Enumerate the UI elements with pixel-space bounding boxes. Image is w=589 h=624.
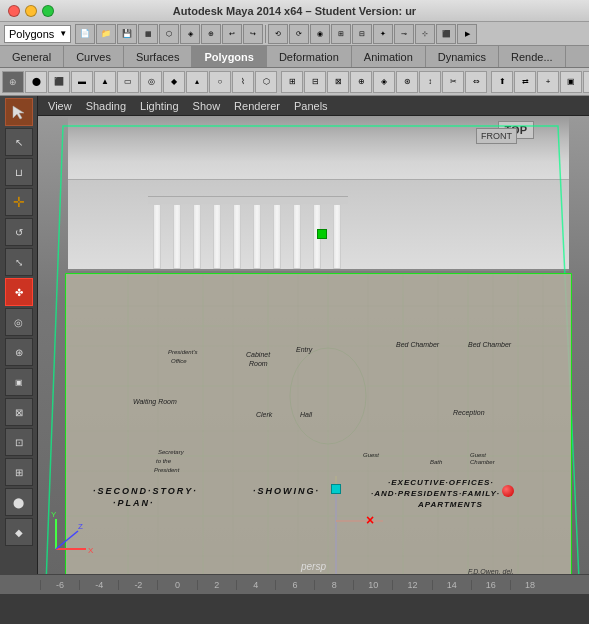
tb-extract[interactable]: ⊠ bbox=[327, 71, 349, 93]
icon13[interactable]: ⊞ bbox=[331, 24, 351, 44]
handle-cyan-mid[interactable] bbox=[331, 484, 341, 494]
tb-extrude[interactable]: ⬆ bbox=[491, 71, 513, 93]
tb-transfer[interactable]: ↕ bbox=[419, 71, 441, 93]
window-controls[interactable] bbox=[8, 5, 54, 17]
snap-btn[interactable]: ⊠ bbox=[5, 398, 33, 426]
tb-combine[interactable]: ⊞ bbox=[281, 71, 303, 93]
handle-green-top[interactable] bbox=[317, 229, 327, 239]
tb-bridge[interactable]: ⇄ bbox=[514, 71, 536, 93]
pillar5 bbox=[233, 204, 241, 269]
pillar2 bbox=[173, 204, 181, 269]
svg-marker-0 bbox=[13, 106, 24, 119]
polygon-dropdown[interactable]: Polygons bbox=[4, 25, 71, 43]
scene-view[interactable]: TOP FRONT bbox=[38, 116, 589, 574]
icon7[interactable]: ⊕ bbox=[201, 24, 221, 44]
panels-menu[interactable]: Panels bbox=[288, 100, 334, 112]
tb-split[interactable]: ╋ bbox=[583, 71, 589, 93]
tab-curves[interactable]: Curves bbox=[64, 46, 124, 67]
tab-surfaces[interactable]: Surfaces bbox=[124, 46, 192, 67]
close-button[interactable] bbox=[8, 5, 20, 17]
tb-pipe[interactable]: ○ bbox=[209, 71, 231, 93]
move-tool-btn[interactable]: ✛ bbox=[5, 188, 33, 216]
tb-soccer[interactable]: ⬡ bbox=[255, 71, 277, 93]
fp-text-second-story: ·SECOND·STORY· bbox=[93, 486, 198, 496]
save-icon[interactable]: 💾 bbox=[117, 24, 137, 44]
tb-fill[interactable]: ▣ bbox=[560, 71, 582, 93]
tool13[interactable]: ⊡ bbox=[5, 428, 33, 456]
left-tool-panel: ↖ ⊔ ✛ ↺ ⤡ ✤ ◎ ⊛ ▣ ⊠ ⊡ ⊞ ⬤ ◆ bbox=[0, 96, 38, 574]
renderer-menu[interactable]: Renderer bbox=[228, 100, 286, 112]
tool16[interactable]: ◆ bbox=[5, 518, 33, 546]
tb-mirror[interactable]: ⇔ bbox=[465, 71, 487, 93]
shading-menu[interactable]: Shading bbox=[80, 100, 132, 112]
icon4[interactable]: ▦ bbox=[138, 24, 158, 44]
axis-indicator: X Y Z bbox=[46, 509, 96, 559]
tb-pyramid[interactable]: ▴ bbox=[186, 71, 208, 93]
universal-manip-btn[interactable]: ✤ bbox=[5, 278, 33, 306]
minimize-button[interactable] bbox=[25, 5, 37, 17]
tool15[interactable]: ⬤ bbox=[5, 488, 33, 516]
icon15[interactable]: ✦ bbox=[373, 24, 393, 44]
icon8[interactable]: ↩ bbox=[222, 24, 242, 44]
open-file-icon[interactable]: 📁 bbox=[96, 24, 116, 44]
select-tool[interactable]: ⊕ bbox=[2, 71, 24, 93]
icon17[interactable]: ⊹ bbox=[415, 24, 435, 44]
tab-polygons[interactable]: Polygons bbox=[192, 46, 267, 67]
icon18[interactable]: ⬛ bbox=[436, 24, 456, 44]
ruler-2: 2 bbox=[197, 580, 236, 590]
viewport[interactable]: View Shading Lighting Show Renderer Pane… bbox=[38, 96, 589, 574]
icon10[interactable]: ⟲ bbox=[268, 24, 288, 44]
tb-sphere[interactable]: ⬤ bbox=[25, 71, 47, 93]
soft-mod-btn[interactable]: ◎ bbox=[5, 308, 33, 336]
last-tool-btn[interactable]: ▣ bbox=[5, 368, 33, 396]
rotate-tool-btn[interactable]: ↺ bbox=[5, 218, 33, 246]
tab-deformation[interactable]: Deformation bbox=[267, 46, 352, 67]
tb-avg-verts[interactable]: ⊛ bbox=[396, 71, 418, 93]
tb-cube[interactable]: ⬛ bbox=[48, 71, 70, 93]
tb-separate[interactable]: ⊟ bbox=[304, 71, 326, 93]
ruler-6: 6 bbox=[275, 580, 314, 590]
fp-to-pres: to the bbox=[156, 458, 171, 464]
new-file-icon[interactable]: 📄 bbox=[75, 24, 95, 44]
icon14[interactable]: ⊟ bbox=[352, 24, 372, 44]
tab-render[interactable]: Rende... bbox=[499, 46, 566, 67]
icon5[interactable]: ⬡ bbox=[159, 24, 179, 44]
ruler-8: 8 bbox=[314, 580, 353, 590]
tb-plane[interactable]: ▭ bbox=[117, 71, 139, 93]
icon6[interactable]: ◈ bbox=[180, 24, 200, 44]
paint-select-btn[interactable]: ↖ bbox=[5, 128, 33, 156]
fp-guest2: Guest bbox=[470, 452, 486, 458]
icon12[interactable]: ◉ bbox=[310, 24, 330, 44]
pillar6 bbox=[253, 204, 261, 269]
tab-dynamics[interactable]: Dynamics bbox=[426, 46, 499, 67]
handle-redx[interactable]: × bbox=[366, 512, 374, 528]
tb-prism[interactable]: ◆ bbox=[163, 71, 185, 93]
lasso-tool-btn[interactable]: ⊔ bbox=[5, 158, 33, 186]
tab-animation[interactable]: Animation bbox=[352, 46, 426, 67]
lighting-menu[interactable]: Lighting bbox=[134, 100, 185, 112]
maximize-button[interactable] bbox=[42, 5, 54, 17]
icon9[interactable]: ↪ bbox=[243, 24, 263, 44]
tb-clip[interactable]: ✂ bbox=[442, 71, 464, 93]
tb-append[interactable]: + bbox=[537, 71, 559, 93]
select-tool-btn[interactable] bbox=[5, 98, 33, 126]
icon19[interactable]: ▶ bbox=[457, 24, 477, 44]
handle-red-sphere[interactable] bbox=[502, 485, 514, 497]
tb-booleans[interactable]: ⊕ bbox=[350, 71, 372, 93]
icon16[interactable]: ⊸ bbox=[394, 24, 414, 44]
scale-tool-btn[interactable]: ⤡ bbox=[5, 248, 33, 276]
tb-helix[interactable]: ⌇ bbox=[232, 71, 254, 93]
fp-presidents: President's bbox=[168, 349, 198, 355]
tb-torus[interactable]: ◎ bbox=[140, 71, 162, 93]
tab-general[interactable]: General bbox=[0, 46, 64, 67]
show-menu[interactable]: Show bbox=[187, 100, 227, 112]
tb-cone[interactable]: ▲ bbox=[94, 71, 116, 93]
viewport-container: ↖ ⊔ ✛ ↺ ⤡ ✤ ◎ ⊛ ▣ ⊠ ⊡ ⊞ ⬤ ◆ View Shading… bbox=[0, 96, 589, 574]
bottom-ruler: -6 -4 -2 0 2 4 6 8 10 12 14 16 18 bbox=[0, 574, 589, 594]
tb-cylinder[interactable]: ▬ bbox=[71, 71, 93, 93]
tb-smooth[interactable]: ◈ bbox=[373, 71, 395, 93]
tool14[interactable]: ⊞ bbox=[5, 458, 33, 486]
show-manip-btn[interactable]: ⊛ bbox=[5, 338, 33, 366]
icon11[interactable]: ⟳ bbox=[289, 24, 309, 44]
view-menu[interactable]: View bbox=[42, 100, 78, 112]
